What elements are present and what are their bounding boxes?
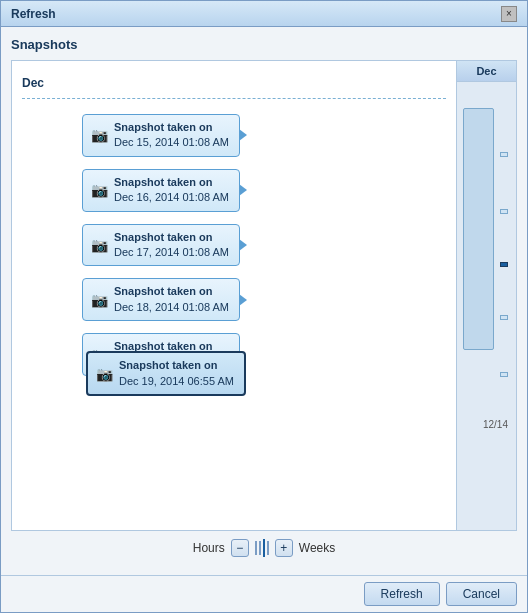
slider-mark-1 bbox=[255, 541, 257, 555]
refresh-button[interactable]: Refresh bbox=[364, 582, 440, 606]
zoom-slider bbox=[255, 539, 269, 557]
snapshot-card-4[interactable]: 📷 Snapshot taken on Dec 18, 2014 01:08 A… bbox=[82, 278, 240, 321]
snapshot-text: Snapshot taken on Dec 16, 2014 01:08 AM bbox=[114, 175, 229, 206]
snapshot-card-6[interactable]: 📷 Snapshot taken on Dec 19, 2014 06:55 A… bbox=[86, 351, 246, 396]
snapshot-label-1a: Snapshot taken on bbox=[114, 120, 229, 135]
snapshot-label-6b: Dec 19, 2014 06:55 AM bbox=[119, 374, 234, 389]
right-scrollbar: Dec 12/14 bbox=[456, 61, 516, 530]
snapshots-list: 📷 Snapshot taken on Dec 15, 2014 01:08 A… bbox=[12, 109, 456, 410]
slider-mark-2 bbox=[259, 541, 261, 555]
snapshot-label-2a: Snapshot taken on bbox=[114, 175, 229, 190]
snapshot-icon: 📷 bbox=[91, 182, 108, 198]
scrollbar-thumb[interactable] bbox=[463, 108, 494, 350]
title-bar: Refresh × bbox=[1, 1, 527, 27]
dialog-title: Refresh bbox=[11, 7, 56, 21]
snapshot-label-3a: Snapshot taken on bbox=[114, 230, 229, 245]
zoom-in-button[interactable]: + bbox=[275, 539, 293, 557]
snapshot-icon: 📷 bbox=[91, 237, 108, 253]
snapshot-label-4a: Snapshot taken on bbox=[114, 284, 229, 299]
slider-mark-4 bbox=[267, 541, 269, 555]
snapshot-label-2b: Dec 16, 2014 01:08 AM bbox=[114, 190, 229, 205]
tick-mark bbox=[500, 152, 508, 157]
list-item: 📷 Snapshot taken on Dec 15, 2014 01:08 A… bbox=[22, 114, 446, 157]
main-timeline: Dec 📷 Snapshot taken on Dec 15, 2014 01:… bbox=[12, 61, 456, 530]
snapshot-text: Snapshot taken on Dec 19, 2014 06:55 AM bbox=[119, 358, 234, 389]
footer-buttons: Refresh Cancel bbox=[1, 575, 527, 612]
tick-mark bbox=[500, 372, 508, 377]
tick-mark bbox=[500, 209, 508, 214]
cancel-button[interactable]: Cancel bbox=[446, 582, 517, 606]
snapshot-text: Snapshot taken on Dec 17, 2014 01:08 AM bbox=[114, 230, 229, 261]
dashed-divider bbox=[22, 98, 446, 99]
list-item: 📷 Snapshot taken on Dec 16, 2014 01:08 A… bbox=[22, 169, 446, 212]
list-item: 📷 Snapshot taken on Dec 18, 2014 01:08 A… bbox=[22, 278, 446, 321]
month-label: Dec bbox=[12, 71, 456, 98]
zoom-out-button[interactable]: − bbox=[231, 539, 249, 557]
list-item: 📷 Snapshot taken on Dec 17, 2014 01:08 A… bbox=[22, 224, 446, 267]
slider-mark-3-active bbox=[263, 539, 265, 557]
snapshot-text: Snapshot taken on Dec 15, 2014 01:08 AM bbox=[114, 120, 229, 151]
section-title: Snapshots bbox=[11, 37, 517, 52]
hours-label: Hours bbox=[193, 541, 225, 555]
timeline-area: Dec 📷 Snapshot taken on Dec 15, 2014 01:… bbox=[11, 60, 517, 531]
list-item: 📷 Snapshot taken on Dec 19, 2014 01:08 A… bbox=[82, 333, 446, 405]
snapshot-label-6a: Snapshot taken on bbox=[119, 358, 234, 373]
snapshot-card-3[interactable]: 📷 Snapshot taken on Dec 17, 2014 01:08 A… bbox=[82, 224, 240, 267]
tick-mark bbox=[500, 315, 508, 320]
right-month-label: Dec bbox=[457, 61, 516, 82]
scrollbar-track[interactable] bbox=[463, 86, 510, 526]
snapshot-card-1[interactable]: 📷 Snapshot taken on Dec 15, 2014 01:08 A… bbox=[82, 114, 240, 157]
snapshot-label-3b: Dec 17, 2014 01:08 AM bbox=[114, 245, 229, 260]
zoom-controls: Hours − + Weeks bbox=[11, 531, 517, 565]
close-button[interactable]: × bbox=[501, 6, 517, 22]
content-area: Snapshots Dec 📷 Snapshot taken on Dec 15… bbox=[1, 27, 527, 575]
snapshot-icon: 📷 bbox=[91, 292, 108, 308]
weeks-label: Weeks bbox=[299, 541, 335, 555]
dialog: Refresh × Snapshots Dec 📷 Snapshot taken… bbox=[0, 0, 528, 613]
snapshot-label-4b: Dec 18, 2014 01:08 AM bbox=[114, 300, 229, 315]
tick-mark-active bbox=[500, 262, 508, 267]
snapshot-text: Snapshot taken on Dec 18, 2014 01:08 AM bbox=[114, 284, 229, 315]
tick-marks bbox=[498, 86, 510, 526]
snapshot-icon: 📷 bbox=[91, 127, 108, 143]
date-label: 12/14 bbox=[483, 419, 508, 430]
snapshot-card-2[interactable]: 📷 Snapshot taken on Dec 16, 2014 01:08 A… bbox=[82, 169, 240, 212]
snapshot-icon: 📷 bbox=[96, 366, 113, 382]
snapshot-label-1b: Dec 15, 2014 01:08 AM bbox=[114, 135, 229, 150]
